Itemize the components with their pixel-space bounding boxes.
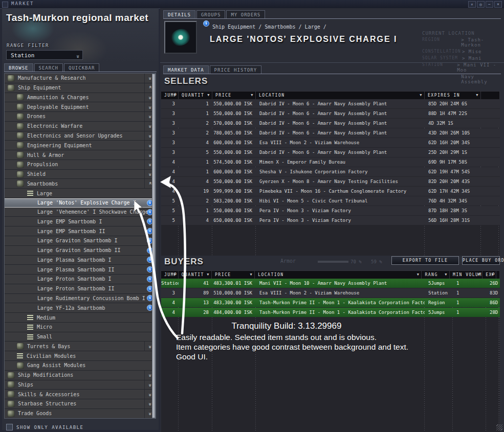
sort-icon: ▼ <box>207 271 210 279</box>
range-filter-value: Station <box>11 52 34 59</box>
order-cell: 5Jumps <box>425 279 453 288</box>
tree-item[interactable]: Drones» <box>5 112 156 122</box>
tree-item[interactable]: Small <box>5 332 156 342</box>
tab-browse[interactable]: BROWSE <box>4 63 33 72</box>
tab-search[interactable]: SEARCH <box>34 63 63 72</box>
order-row[interactable]: 54650,000.00 ISKPera IV - Moon 3 - Vizia… <box>161 216 500 225</box>
tree-item[interactable]: Ammunition & Charges» <box>5 93 156 103</box>
column-header-rang[interactable]: RANG▼ <box>422 271 449 279</box>
column-header-price[interactable]: PRICE▼ <box>212 271 255 279</box>
tree-item[interactable]: Trade Goods» <box>5 409 156 419</box>
order-row[interactable]: 428484,000.00 ISKTash-Murkon Prime II - … <box>161 308 500 317</box>
market-item[interactable]: Large Proton Smartbomb Ii <box>5 275 156 284</box>
explosive-charge-orb-icon <box>168 27 193 49</box>
market-item[interactable]: Large 'Vehemence' I Shockwave Chargei <box>5 208 156 217</box>
order-row[interactable]: 51550,000.00 ISKPera IV - Moon 3 - Vizia… <box>161 206 500 215</box>
place-buy-order-button[interactable]: PLACE BUY ORDER <box>462 256 500 265</box>
order-cell: 4 <box>161 157 179 167</box>
show-only-available-toggle[interactable]: SHOW ONLY AVAILABLE <box>6 424 83 430</box>
export-to-file-button[interactable]: EXPORT TO FILE <box>391 256 459 265</box>
order-row[interactable]: 32570,000.00 ISKDabrid IV - Moon 6 - Ama… <box>161 119 500 128</box>
order-row[interactable]: 419599,999.00 ISKPimebeka VII - Moon 16 … <box>161 187 500 196</box>
market-item[interactable]: Large Plasma Smartbomb Ii <box>5 256 156 265</box>
pin-window-button[interactable]: ✳ <box>468 1 476 8</box>
market-item[interactable]: Large Graviton Smartbomb IIi <box>5 246 156 256</box>
column-header-quantit[interactable]: QUANTIT▼ <box>179 92 212 99</box>
market-item[interactable]: Large Graviton Smartbomb Ii <box>5 236 156 246</box>
order-row[interactable]: 31550,000.00 ISKDabrid IV - Moon 6 - Ama… <box>161 99 500 108</box>
order-row[interactable]: 413483,300.00 ISKTash-Murkon Prime II - … <box>161 298 500 307</box>
tree-item[interactable]: Skills & Accessories» <box>5 390 156 399</box>
tree-item[interactable]: Shield» <box>5 170 156 179</box>
tree-item[interactable]: Propulsion» <box>5 160 156 170</box>
order-row[interactable]: 41600,000.00 ISKShesha V - Ishukone Corp… <box>161 167 500 176</box>
order-row[interactable]: 32780,005.00 ISKDabrid IV - Moon 6 - Ama… <box>161 128 500 138</box>
tree-item[interactable]: Micro <box>5 323 156 332</box>
info-icon[interactable]: i <box>203 20 209 27</box>
order-row[interactable]: 389510,000.00 ISKEsa VIII - Moon 2 - Viz… <box>161 288 500 298</box>
tree-item[interactable]: Electronics and Sensor Upgrades» <box>5 131 156 141</box>
tree-item[interactable]: Gang Assist Modules <box>5 361 156 371</box>
column-header-expi[interactable]: EXPI▼ <box>483 271 496 279</box>
market-item[interactable]: Large 'Notos' Explosive Charge Ii <box>5 198 156 208</box>
order-cell: 89 <box>179 288 212 298</box>
column-header-min-volum[interactable]: MIN VOLUM▼ <box>450 271 483 279</box>
close-window-button[interactable]: × <box>494 1 502 8</box>
minimize-window-button[interactable]: − <box>486 1 493 8</box>
column-header-location[interactable]: LOCATION▼ <box>256 92 425 99</box>
tree-item[interactable]: Manufacture & Research» <box>5 74 156 83</box>
checkbox-icon[interactable] <box>6 424 13 430</box>
column-header-expires-in[interactable]: EXPIRES IN▼ <box>425 92 481 99</box>
tab-market-data[interactable]: MARKET DATA <box>163 65 209 74</box>
market-item[interactable]: Large YF-12a Smartbombi <box>5 303 156 313</box>
tree-item[interactable]: Engineering Equipment» <box>5 141 156 150</box>
tree-item[interactable]: Ship Modifications» <box>5 371 156 380</box>
market-item[interactable]: Large Plasma Smartbomb IIi <box>5 265 156 275</box>
window-menu-icon[interactable] <box>2 2 8 8</box>
compress-window-button[interactable]: ◎ <box>477 1 485 8</box>
column-header-location[interactable]: LOCATION▼ <box>255 271 422 279</box>
resize-handle[interactable] <box>496 424 502 430</box>
order-cell: Hibi VI - Moon 5 - Civic Court Tribunal <box>256 196 425 206</box>
item-icon[interactable] <box>164 21 197 54</box>
tab-my-orders[interactable]: MY ORDERS <box>226 10 265 18</box>
column-header-price[interactable]: PRICE▼ <box>212 92 256 99</box>
order-row[interactable]: 35550,000.00 ISKDabrid IV - Moon 6 - Ama… <box>161 148 500 157</box>
tree-item[interactable]: Starbase Structures» <box>5 399 156 409</box>
order-cell: 550,000.00 ISK <box>212 99 256 108</box>
market-item[interactable]: Large EMP Smartbomb Ii <box>5 217 156 226</box>
market-item[interactable]: Large Rudimentary Concussion Bomb Ii <box>5 294 156 304</box>
market-item[interactable]: Large EMP Smartbomb IIi <box>5 226 156 236</box>
order-row[interactable]: Station41483,300.01 ISKMani VII - Moon 1… <box>161 279 500 288</box>
tab-details[interactable]: DETAILS <box>163 10 195 18</box>
tree-item[interactable]: Smartbombs» <box>5 179 156 189</box>
tree-item[interactable]: Deployable Equipment» <box>5 102 156 112</box>
tree-item-label: Ammunition & Charges <box>27 95 89 100</box>
order-row[interactable]: 52583,200.00 ISKHibi VI - Moon 5 - Civic… <box>161 196 500 206</box>
order-row[interactable]: 31550,000.00 ISKDabrid IV - Moon 6 - Ama… <box>161 109 500 118</box>
order-cell: 5 <box>161 196 179 206</box>
order-row[interactable]: 41574,500.00 ISKMimen X - Emperor Family… <box>161 157 500 167</box>
tree-item[interactable]: Hull & Armor» <box>5 150 156 160</box>
order-row[interactable]: 34600,000.00 ISKEsa VIII - Moon 2 - Vizi… <box>161 138 500 147</box>
tree-item[interactable]: Medium <box>5 313 156 323</box>
tree-item[interactable]: Ships» <box>5 380 156 390</box>
tree-item[interactable]: Electronic Warfare» <box>5 122 156 131</box>
tree-item[interactable]: Turrets & Bays» <box>5 342 156 351</box>
column-header-jump[interactable]: JUMP▼ <box>161 271 179 279</box>
breadcrumb[interactable]: Ship Equipment / Smartbombs / Large / <box>212 24 326 30</box>
tree-item[interactable]: Civilian Modules <box>5 351 156 361</box>
tree-scrollbar[interactable] <box>152 74 156 418</box>
order-row[interactable]: 44550,000.00 ISKGyerzen X - Moon 8 - Ama… <box>161 177 500 186</box>
tab-price-history[interactable]: PRICE HISTORY <box>210 65 261 74</box>
range-filter-dropdown[interactable]: Station » <box>6 50 83 60</box>
column-header-jump[interactable]: JUMP▼ <box>161 92 179 99</box>
market-item[interactable]: Large Proton Smartbomb IIi <box>5 284 156 294</box>
tree-item[interactable]: Large <box>5 189 156 198</box>
tab-quickbar[interactable]: QUICKBAR <box>64 63 99 72</box>
sort-icon: ▼ <box>478 271 481 279</box>
tree-item-label: Trade Goods <box>18 411 52 416</box>
column-header-quantit[interactable]: QUANTIT▼ <box>179 271 212 279</box>
tree-item[interactable]: Ship Equipment» <box>5 83 156 93</box>
tab-groups[interactable]: GROUPS <box>196 10 226 18</box>
